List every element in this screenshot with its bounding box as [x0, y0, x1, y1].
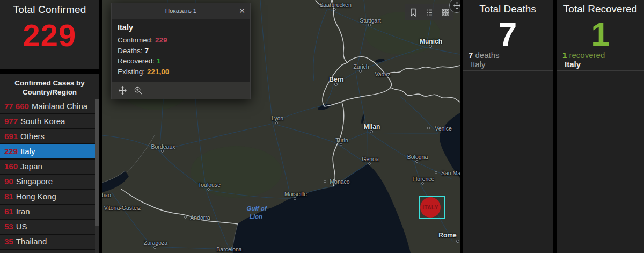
popup-stat-value: 1	[157, 57, 161, 65]
deaths-detail-line: 7 deaths	[469, 50, 500, 60]
total-confirmed-panel: Total Confirmed 229	[0, 0, 99, 69]
popup-stat-label: Deaths:	[118, 47, 143, 55]
country-row[interactable]: 229Italy	[0, 144, 96, 160]
popup-stat-row: Confirmed:229	[118, 35, 244, 46]
country-name: Singapore	[16, 177, 53, 186]
country-row[interactable]: 977South Korea	[0, 114, 96, 129]
total-recovered-panel: Total Recovered 1 1 recovered Italy	[557, 0, 644, 253]
total-confirmed-value: 229	[0, 20, 99, 51]
deaths-detail-region: Italy	[469, 60, 500, 69]
popup-stat-label: Confirmed:	[118, 36, 153, 44]
country-list-panel: Confirmed Cases by Country/Region 77 660…	[0, 74, 99, 253]
total-recovered-value: 1	[557, 18, 644, 51]
country-name: Iran	[16, 207, 30, 216]
recovered-detail-region: Italy	[562, 60, 605, 69]
country-row[interactable]: 61Iran	[0, 205, 96, 220]
country-row[interactable]: 77 660Mainland China	[0, 99, 96, 114]
country-name: US	[16, 222, 27, 231]
country-count: 35	[4, 237, 13, 246]
country-row[interactable]: 81Hong Kong	[0, 190, 96, 205]
country-list-title-line1: Confirmed Cases by	[0, 78, 99, 88]
popup-stat-label: Recovered:	[118, 57, 155, 65]
deaths-detail-label: deaths	[475, 50, 500, 60]
country-name: Thailand	[16, 237, 47, 246]
country-count: 977	[4, 117, 18, 126]
country-name: Hong Kong	[16, 192, 56, 201]
bookmark-icon[interactable]	[408, 8, 418, 17]
country-count: 61	[4, 207, 13, 216]
popup-footer	[112, 82, 250, 99]
zoom-in-icon[interactable]	[134, 86, 143, 95]
popup-body: Italy Confirmed:229 Deaths:7 Recovered:1	[112, 19, 250, 82]
list-scrollbar[interactable]	[95, 99, 99, 253]
marker-label: ITALY	[422, 205, 438, 211]
panel-divider	[557, 70, 644, 71]
recovered-detail-value: 1	[562, 50, 567, 60]
move-icon	[453, 2, 460, 10]
country-count: 81	[4, 192, 13, 201]
legend-icon[interactable]	[425, 8, 434, 17]
deaths-detail-value: 7	[469, 50, 473, 60]
total-recovered-title: Total Recovered	[557, 0, 644, 15]
recovered-detail-label: recovered	[569, 50, 605, 60]
country-name: South Korea	[20, 117, 65, 126]
close-icon[interactable]: ✕	[239, 6, 245, 15]
country-row[interactable]: 160Japan	[0, 160, 96, 175]
country-list: 77 660Mainland China 977South Korea 691O…	[0, 99, 96, 250]
italy-case-marker[interactable]: ITALY	[420, 197, 441, 218]
country-count: 160	[4, 162, 18, 171]
popup-stat-value: 229	[155, 36, 167, 44]
country-row[interactable]: 90Singapore	[0, 175, 96, 190]
panel-divider	[463, 70, 553, 71]
deaths-detail: 7 deaths Italy	[469, 50, 500, 69]
popup-country: Italy	[118, 23, 244, 32]
country-row[interactable]: 691Others	[0, 129, 96, 144]
country-name: Mainland China	[32, 102, 87, 111]
map-toolbar	[405, 4, 453, 20]
recovered-detail: 1 recovered Italy	[562, 50, 605, 69]
popup-stat-value: 7	[145, 47, 149, 55]
total-confirmed-title: Total Confirmed	[0, 0, 99, 16]
popup-stat-value: 221,00	[147, 68, 169, 76]
popup-title: Показать 1	[112, 8, 250, 14]
country-name: Japan	[20, 162, 42, 171]
country-count: 53	[4, 222, 13, 231]
country-count: 691	[4, 132, 18, 141]
basemap-icon[interactable]	[441, 8, 450, 17]
country-list-title: Confirmed Cases by Country/Region	[0, 74, 99, 99]
country-name: Others	[20, 132, 45, 141]
country-list-title-line2: Country/Region	[0, 88, 99, 97]
total-deaths-value: 7	[463, 18, 553, 51]
total-deaths-panel: Total Deaths 7 7 deaths Italy	[463, 0, 553, 253]
move-icon[interactable]	[118, 86, 127, 95]
country-name: Italy	[20, 147, 35, 156]
country-count: 77 660	[4, 102, 29, 111]
country-count: 90	[4, 177, 13, 186]
map-popup: Показать 1 ✕ Italy Confirmed:229 Deaths:…	[111, 3, 251, 99]
country-row[interactable]: 35Thailand	[0, 235, 96, 250]
popup-stats: Confirmed:229 Deaths:7 Recovered:1 Exist…	[118, 35, 244, 77]
country-count: 229	[4, 147, 18, 156]
map[interactable]: Saarbrucken Stuttgart Munich Zurich Vadu…	[102, 0, 460, 253]
popup-header: Показать 1 ✕	[112, 3, 250, 19]
popup-stat-row: Existing:221,00	[118, 67, 244, 77]
recovered-detail-line: 1 recovered	[562, 50, 605, 60]
popup-stat-label: Existing:	[118, 68, 145, 76]
popup-stat-row: Deaths:7	[118, 46, 244, 56]
popup-stat-row: Recovered:1	[118, 56, 244, 67]
list-scrollbar-thumb[interactable]	[95, 99, 99, 226]
total-deaths-title: Total Deaths	[463, 0, 553, 15]
country-row[interactable]: 53US	[0, 220, 96, 235]
